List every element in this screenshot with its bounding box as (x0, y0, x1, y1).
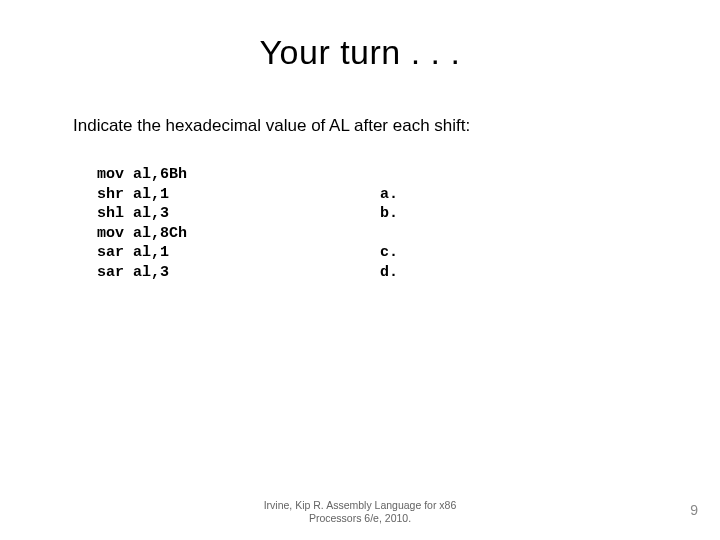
citation-line: Processors 6/e, 2010. (309, 512, 411, 524)
slide-title: Your turn . . . (0, 33, 720, 72)
slide-subtitle: Indicate the hexadecimal value of AL aft… (73, 116, 470, 136)
page-number: 9 (690, 502, 698, 518)
label-a: a. (380, 186, 398, 203)
code-line: shl al,3 (97, 205, 169, 222)
label-d: d. (380, 264, 398, 281)
answer-labels: x a. b. x c. d. (380, 165, 398, 282)
code-line: mov al,6Bh (97, 166, 187, 183)
code-line: mov al,8Ch (97, 225, 187, 242)
slide: Your turn . . . Indicate the hexadecimal… (0, 0, 720, 540)
code-block: mov al,6Bh shr al,1 shl al,3 mov al,8Ch … (97, 165, 187, 282)
code-line: sar al,1 (97, 244, 169, 261)
code-line: sar al,3 (97, 264, 169, 281)
label-b: b. (380, 205, 398, 222)
footer-citation: Irvine, Kip R. Assembly Language for x86… (0, 499, 720, 525)
citation-line: Irvine, Kip R. Assembly Language for x86 (264, 499, 457, 511)
label-c: c. (380, 244, 398, 261)
code-line: shr al,1 (97, 186, 169, 203)
